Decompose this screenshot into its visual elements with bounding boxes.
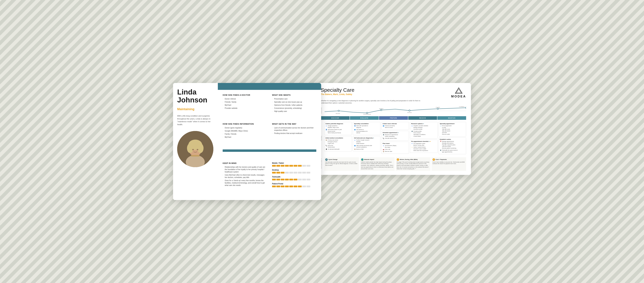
svg-point-15 <box>366 112 368 114</box>
scene: LindaJohnson Maintaining With a life-lon… <box>173 83 471 200</box>
journey-body: Gather medical historyInsurance card in … <box>414 146 428 151</box>
journey-body: Get referral orrecommendations forreferr… <box>356 129 368 134</box>
rating-mobile-bars <box>272 165 316 167</box>
svg-text:Hopeful: Hopeful <box>436 107 440 108</box>
bar <box>298 165 302 167</box>
journey-item-title: Initial medical consultation <box>326 137 350 139</box>
list-item: Provider website <box>223 107 267 110</box>
rating-portal-label: Patient Portal <box>272 183 316 185</box>
google-icon: G <box>326 125 327 127</box>
list-item: Finding doctors that accept medicare <box>272 132 316 134</box>
list-item: Opinions from friends / other patients <box>272 104 316 106</box>
teal-divider <box>223 150 316 152</box>
bda-icon: △ <box>397 158 399 161</box>
svg-text:Hopeful: Hopeful <box>379 108 383 110</box>
rating-mobile-label: Mobile / Tablet <box>272 162 316 164</box>
rating-desktop-bars <box>272 172 316 174</box>
opp-item-cycle: ↺ Cycle Change Self advocate could still… <box>324 157 359 171</box>
bar <box>276 165 280 167</box>
journey-row: 💻 Request an appointmentOnline schedulin… <box>382 134 408 137</box>
rating-desktop: Desktop <box>272 169 316 174</box>
journey-row: 📅 Manage appointmentsManage prescription… <box>440 141 465 149</box>
bar <box>272 179 276 180</box>
journey-body: Provider profileFind a DoctorSpecialty &… <box>414 130 426 137</box>
bar <box>285 186 289 187</box>
phase-bar: DISCOVER EVALUATE PREPARE RECEIVE MAINTA… <box>321 116 466 120</box>
feeling-chart: Worried Overwhelmed Hopeful Anxious Hope… <box>324 106 466 115</box>
finds-doctor-title: HOW SHE FINDS A DOCTOR <box>223 94 267 96</box>
journey-item: Plan travel G Get directions (Maps)Bus s… <box>382 142 409 154</box>
journey-row: G Further Google researchWebMDHealth lib… <box>354 139 379 144</box>
cycle-icon: ↺ <box>325 158 328 161</box>
journey-body: Fill out paperworkCo-payTalk with nurseT… <box>442 125 452 135</box>
google-icon: G <box>411 143 413 144</box>
opp-item-cost: $ Cost + Payments Cost of care visibilit… <box>432 157 466 171</box>
rating-telehealth: Telehealth <box>272 176 316 180</box>
sc-description: Whether it's navigating a new diagnosis … <box>321 100 424 104</box>
person-icon: 👤 <box>326 129 327 130</box>
mobile-icon: 📱 <box>326 148 327 150</box>
persona-section-keep-in-mind: KEEP IN MIND Relationships with her doct… <box>223 162 267 196</box>
bar <box>302 186 306 187</box>
journey-body: Self assess based on pastclinical events… <box>328 129 342 134</box>
svg-point-16 <box>380 109 382 111</box>
sc-title-block: Specialty Care The Bakers, Mark, Linda, … <box>321 87 354 96</box>
persona-top-bar <box>218 83 321 90</box>
bar <box>306 179 310 180</box>
list-item: Uses MyChart often to check test results… <box>223 174 267 179</box>
persona-status: Maintaining <box>177 108 214 111</box>
bar <box>294 179 298 180</box>
google-icon: G <box>411 125 413 127</box>
car-icon: 🚗 <box>382 148 384 150</box>
bar <box>276 186 280 187</box>
list-item: Specialty care as new issues pop up <box>272 101 316 103</box>
journey-body: Telehealth (for quick check-intype appoi… <box>442 150 458 153</box>
persona-content: HOW SHE FINDS A DOCTOR Doctor referral F… <box>218 90 321 200</box>
doing-label-col: DOING <box>321 122 323 154</box>
list-item: Family / friends <box>223 133 267 135</box>
group-icon: 👥 <box>354 129 356 130</box>
journey-row: G Get directions (Maps)Bus stops <box>382 145 408 148</box>
list-item: Relationships with her doctors and quali… <box>223 166 267 173</box>
bar <box>302 165 306 167</box>
journey-body: On demand telehealth <box>328 148 340 150</box>
journey-main: DOING Outline potential diagnosis G Goog… <box>321 122 466 154</box>
computer-icon: 💻 <box>440 150 442 151</box>
persona-right: HOW SHE FINDS A DOCTOR Doctor referral F… <box>218 83 321 200</box>
journey-row: G Pre-registration onlineBefore, During,… <box>411 143 436 146</box>
list-item: MyChart <box>223 104 267 106</box>
bar <box>289 165 293 167</box>
group-icon: 👥 <box>382 125 384 127</box>
rating-portal-bars <box>272 186 316 187</box>
bar <box>306 165 310 167</box>
bar <box>281 165 284 167</box>
list-item: Lack of communication across her doctors… <box>272 127 316 132</box>
plus-icon: + <box>411 146 413 148</box>
journey-item-title: Self advocate (no diagnosis) ● <box>354 137 379 139</box>
svg-text:Anxious: Anxious <box>407 112 412 113</box>
journey-col-prepare: Collect more referrals 👥 Friends and fam… <box>382 122 409 154</box>
journey-row: 📄 Fill out paperworkCo-payTalk with nurs… <box>440 125 465 135</box>
opp-title: Cycle Change <box>328 159 338 160</box>
svg-point-18 <box>437 108 438 110</box>
phase-prepare: PREPARE <box>379 116 408 120</box>
opportunity-grid: ↺ Cycle Change Self advocate could still… <box>324 157 466 171</box>
bar <box>272 186 276 187</box>
journey-body: Nurse lineSocial worker <box>328 145 335 148</box>
bar <box>285 165 289 167</box>
keep-in-mind-list: Relationships with her doctors and quali… <box>223 166 267 186</box>
list-item: MyChart <box>223 136 267 138</box>
svg-point-6 <box>187 144 193 153</box>
doing-label: DOING <box>321 136 323 140</box>
finds-info-list: Doctor (goes regularly) Google (WebMD, M… <box>223 127 267 138</box>
bar <box>272 165 276 167</box>
home-icon: 🏠 <box>354 148 356 150</box>
opp-header: $ Cost + Payments <box>432 158 465 161</box>
journey-body: Primary care doctorEmergency RoomUrgent … <box>328 139 338 144</box>
google-icon: G <box>382 145 384 146</box>
journey-row: 👤 Self assess based on pastclinical even… <box>326 129 350 134</box>
journey-item: Specialty appointment 📄 Fill out paperwo… <box>438 122 466 136</box>
bar <box>276 172 280 174</box>
journey-item: Pre-appointment checklist ● ● G Pre-regi… <box>410 140 438 153</box>
bar <box>281 179 284 180</box>
